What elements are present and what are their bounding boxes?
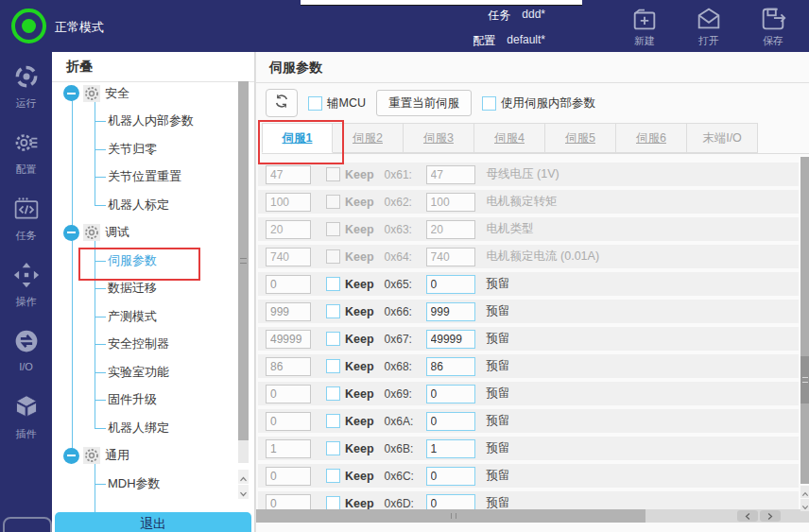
sidebar-bottom-button[interactable] (3, 517, 52, 532)
collapse-minus-icon[interactable] (63, 225, 79, 241)
tree-collapse-header[interactable]: 折叠 (52, 52, 254, 82)
collapse-minus-icon[interactable] (63, 448, 79, 464)
sidebar-item-run[interactable]: 运行 (0, 63, 52, 129)
sidebar-item-operate[interactable]: 操作 (0, 262, 52, 328)
config-label: 配置 (473, 33, 495, 49)
keep-checkbox[interactable] (326, 359, 340, 373)
scroll-up-button[interactable] (238, 470, 249, 484)
tree-child-row[interactable]: 机器人内部参数 (52, 108, 237, 136)
sidebar-item-io[interactable]: I/O (0, 328, 52, 394)
sidebar-item-label: 运行 (16, 96, 37, 111)
param-value-input-right[interactable] (426, 302, 475, 321)
param-value-input-right[interactable] (426, 412, 475, 431)
tree-child-row[interactable]: 伺服参数 (52, 247, 237, 275)
chevron-left-icon (745, 507, 750, 524)
param-value-input-left[interactable] (266, 439, 311, 458)
tree-group-row[interactable]: 安全 (52, 79, 237, 108)
param-value-input-right[interactable] (426, 165, 475, 184)
reset-servo-button[interactable]: 重置当前伺服 (376, 90, 472, 116)
plugin-icon (13, 394, 40, 424)
keep-checkbox[interactable] (326, 249, 340, 264)
tab-6[interactable]: 伺服6 (616, 123, 687, 153)
keep-checkbox[interactable] (326, 222, 340, 236)
sidebar-item-config[interactable]: 配置 (0, 129, 52, 196)
param-value-input-left[interactable] (266, 275, 311, 294)
param-value-input-left[interactable] (266, 165, 311, 184)
use-internal-checkbox[interactable] (482, 96, 496, 111)
scroll-down-button[interactable] (238, 485, 249, 499)
tree-scrollbar-thumb[interactable] (238, 81, 249, 440)
param-value-input-right[interactable] (426, 467, 475, 486)
tree-child-row[interactable]: 关节位置重置 (52, 163, 237, 192)
tree-scrollbar[interactable] (238, 81, 249, 463)
aux-mcu-checkbox[interactable] (308, 96, 322, 111)
param-table: Keep0x61:母线电压 (1V)Keep0x62:电机额定转矩Keep0x6… (258, 163, 799, 519)
scroll-down-button[interactable] (800, 499, 809, 511)
param-value-input-right[interactable] (426, 248, 475, 266)
tab-4[interactable]: 伺服4 (474, 123, 545, 153)
tree-child-row[interactable]: 关节归零 (52, 135, 237, 163)
keep-checkbox[interactable] (326, 469, 340, 483)
tree-child-row[interactable]: 产测模式 (52, 302, 237, 331)
horizontal-scrollbar-thumb[interactable] (256, 509, 645, 523)
scroll-right-button[interactable] (760, 510, 781, 522)
keep-checkbox[interactable] (326, 441, 340, 455)
scroll-left-button[interactable] (737, 510, 758, 522)
tree-item-label: 机器人绑定 (108, 420, 169, 437)
tree-panel: 折叠 安全机器人内部参数关节归零关节位置重置机器人标定调试伺服参数数据迁移产测模… (52, 52, 255, 532)
tree-child-row[interactable]: 实验室功能 (52, 358, 237, 386)
sidebar-item-plugin[interactable]: 插件 (0, 394, 52, 460)
param-value-input-left[interactable] (266, 248, 311, 266)
tree-child-row[interactable]: 机器人绑定 (52, 414, 237, 442)
tree-child-row[interactable]: 数据迁移 (52, 275, 237, 303)
refresh-button[interactable] (266, 89, 298, 117)
keep-checkbox[interactable] (326, 167, 340, 181)
param-value-input-left[interactable] (266, 193, 311, 212)
param-value-input-left[interactable] (266, 357, 311, 376)
param-value-input-left[interactable] (266, 385, 311, 403)
param-value-input-right[interactable] (426, 275, 475, 294)
tree-group-row[interactable]: 通用 (52, 442, 237, 471)
tab-3[interactable]: 伺服3 (404, 123, 474, 153)
tree-child-row[interactable]: 固件升级 (52, 386, 237, 415)
tree-child-row[interactable]: 机器人标定 (52, 191, 237, 219)
vertical-scrollbar[interactable] (800, 157, 809, 484)
param-value-input-right[interactable] (426, 385, 475, 403)
tab-2[interactable]: 伺服2 (333, 123, 404, 153)
tab-5[interactable]: 伺服5 (545, 123, 616, 153)
param-value-input-left[interactable] (266, 302, 311, 321)
param-value-input-left[interactable] (266, 220, 311, 239)
param-value-input-left[interactable] (266, 330, 311, 349)
sidebar-item-task[interactable]: 任务 (0, 196, 52, 262)
keep-checkbox[interactable] (326, 414, 340, 428)
keep-checkbox[interactable] (326, 332, 340, 346)
chevron-down-icon (801, 497, 809, 514)
param-value-input-left[interactable] (266, 412, 311, 431)
param-value-input-right[interactable] (426, 357, 475, 376)
keep-checkbox[interactable] (326, 277, 340, 291)
param-value-input-right[interactable] (426, 439, 475, 458)
vertical-scroll-buttons (800, 486, 809, 511)
param-value-input-right[interactable] (426, 193, 475, 212)
exit-button[interactable]: 退出 (55, 512, 251, 532)
vertical-scrollbar-thumb[interactable] (800, 356, 809, 403)
keep-checkbox[interactable] (326, 304, 340, 318)
tree-child-row[interactable]: MDH参数 (52, 470, 237, 498)
param-value-input-left[interactable] (266, 467, 311, 486)
tab-7[interactable]: 末端I/O (687, 123, 758, 153)
keep-checkbox[interactable] (326, 496, 340, 510)
keep-label: Keep (345, 278, 374, 291)
tab-1[interactable]: 伺服1 (262, 123, 333, 153)
new-button[interactable]: 新建 (618, 5, 671, 48)
tree-group-row[interactable]: 调试 (52, 219, 237, 248)
open-button[interactable]: 打开 (682, 5, 735, 48)
param-value-input-right[interactable] (426, 330, 475, 349)
param-value-input-right[interactable] (426, 220, 475, 239)
save-button[interactable]: 保存 (747, 5, 800, 48)
collapse-minus-icon[interactable] (63, 85, 79, 101)
keep-checkbox[interactable] (326, 386, 340, 401)
tree-child-row[interactable]: 安全控制器 (52, 331, 237, 359)
keep-checkbox[interactable] (326, 195, 340, 209)
horizontal-scrollbar[interactable] (256, 509, 809, 523)
param-row: Keep0x6C:预留 (258, 464, 799, 488)
